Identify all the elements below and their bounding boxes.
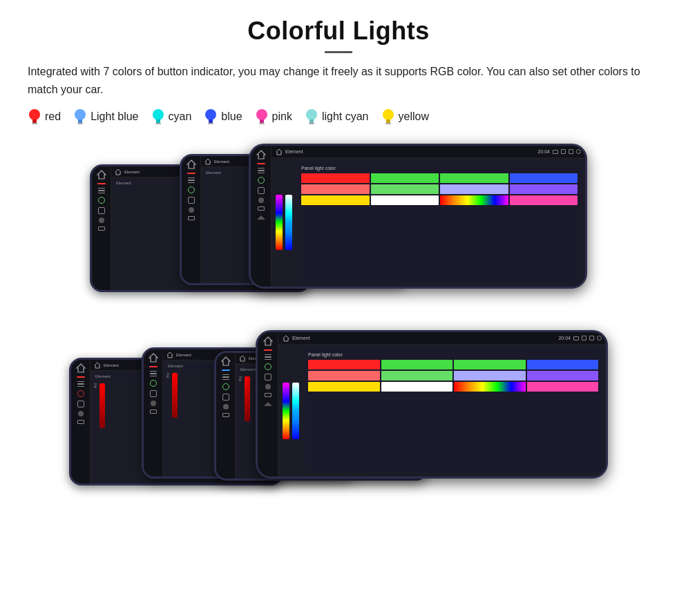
svg-rect-7 <box>156 119 160 123</box>
svg-point-0 <box>29 109 40 120</box>
side-button-bd4 <box>606 394 608 415</box>
svg-marker-32 <box>240 356 245 361</box>
color-label-yellow: yellow <box>399 110 429 123</box>
home-icon-bd1 <box>76 363 86 373</box>
color-item-blue: blue <box>204 108 242 126</box>
svg-rect-8 <box>155 123 161 124</box>
svg-rect-16 <box>309 119 314 123</box>
svg-marker-23 <box>187 160 196 169</box>
topbar-time-bd4: 20:04 <box>558 336 571 340</box>
title-divider <box>325 51 352 53</box>
page-wrapper: Colorful Lights Integrated with 7 colors… <box>0 0 677 534</box>
svg-point-15 <box>306 109 317 120</box>
svg-rect-5 <box>77 123 83 124</box>
color-label-blue: blue <box>221 110 242 123</box>
top-devices-section: Element Element <box>28 144 649 309</box>
svg-marker-27 <box>77 364 85 372</box>
svg-rect-4 <box>78 119 82 123</box>
color-item-cyan: cyan <box>151 108 192 126</box>
panel-label-bd1: Pal <box>93 383 97 428</box>
color-item-lightblue: Light blue <box>73 108 138 126</box>
color-item-yellow: yellow <box>381 108 429 126</box>
top-device-3: Element 20:04 <box>249 144 587 289</box>
svg-rect-2 <box>32 123 37 124</box>
element-label-d1: Element <box>114 180 133 186</box>
home-icon-bd4 <box>263 336 273 346</box>
topbar-home-bd4 <box>283 335 289 342</box>
svg-marker-28 <box>95 363 100 368</box>
panel-label-bd2: Pal <box>166 373 170 418</box>
color-item-pink: pink <box>255 108 292 126</box>
page-title: Colorful Lights <box>28 17 649 46</box>
svg-rect-20 <box>385 123 391 124</box>
svg-marker-29 <box>149 354 158 362</box>
color-label-cyan: cyan <box>169 110 192 123</box>
home-icon-bd2 <box>149 353 158 363</box>
element-label-d2: Element <box>204 170 223 175</box>
svg-rect-10 <box>209 119 213 123</box>
color-label-lightblue: Light blue <box>90 110 138 123</box>
lightcyan-bulb-icon <box>305 108 318 126</box>
svg-marker-22 <box>115 169 121 175</box>
panel-light-label-d3: Panel light color <box>301 166 578 171</box>
bottom-device-stack: Element Element Pal <box>69 330 608 513</box>
topbar-home-d2 <box>204 158 211 165</box>
svg-marker-26 <box>276 149 282 155</box>
topbar-home-d1 <box>115 169 122 175</box>
home-icon-d2 <box>187 160 196 169</box>
bottom-devices-section: Element Element Pal <box>28 330 649 513</box>
svg-marker-24 <box>205 159 211 164</box>
cyan-bulb-icon <box>151 108 165 126</box>
red-bulb-icon <box>28 108 41 126</box>
svg-point-6 <box>153 109 164 120</box>
topbar-home-bd3 <box>239 355 246 362</box>
lightblue-bulb-icon <box>73 108 87 126</box>
svg-rect-13 <box>260 119 264 123</box>
title-section: Colorful Lights <box>28 17 649 53</box>
side-button-d3 <box>585 206 587 227</box>
svg-point-3 <box>75 109 86 120</box>
svg-rect-17 <box>309 123 314 124</box>
svg-rect-1 <box>32 119 37 123</box>
topbar-home-bd2 <box>166 352 173 358</box>
svg-point-9 <box>205 109 216 120</box>
topbar-title-bd1: Element <box>104 363 119 367</box>
svg-marker-31 <box>222 357 230 365</box>
panel-light-label-bd4: Panel light color <box>308 352 598 357</box>
svg-marker-33 <box>264 337 272 345</box>
topbar-time-d3: 20:04 <box>537 149 550 154</box>
home-icon-bd3 <box>221 356 231 366</box>
color-label-pink: pink <box>272 110 292 123</box>
svg-marker-21 <box>97 171 106 179</box>
color-item-lightcyan: light cyan <box>305 108 369 126</box>
colors-row: red Light blue cyan <box>28 108 649 126</box>
svg-rect-14 <box>259 123 265 124</box>
topbar-title-d3: Element <box>285 149 535 154</box>
svg-marker-30 <box>167 352 173 358</box>
svg-point-12 <box>256 109 267 120</box>
svg-rect-19 <box>386 119 390 123</box>
svg-point-18 <box>383 109 394 120</box>
topbar-title-d2: Element <box>214 160 229 164</box>
topbar-home-d3 <box>276 148 283 155</box>
panel-label-bd3: Pal <box>238 376 242 421</box>
color-label-red: red <box>45 110 61 123</box>
description-text: Integrated with 7 colors of button indic… <box>28 63 649 98</box>
top-device-stack: Element Element <box>90 144 587 309</box>
home-icon-d3 <box>256 150 266 160</box>
svg-rect-11 <box>208 123 213 124</box>
topbar-title-bd2: Element <box>176 353 191 357</box>
blue-bulb-icon <box>204 108 218 126</box>
topbar-home-bd1 <box>94 362 101 369</box>
bottom-device-4: Element 20:04 <box>256 330 608 479</box>
svg-marker-25 <box>257 151 265 159</box>
color-item-red: red <box>28 108 61 126</box>
topbar-title-d1: Element <box>124 170 140 174</box>
topbar-title-bd4: Element <box>292 336 555 340</box>
home-icon-d1 <box>97 170 106 180</box>
yellow-bulb-icon <box>381 108 395 126</box>
pink-bulb-icon <box>255 108 269 126</box>
color-label-lightcyan: light cyan <box>322 110 369 123</box>
svg-marker-34 <box>283 336 289 341</box>
